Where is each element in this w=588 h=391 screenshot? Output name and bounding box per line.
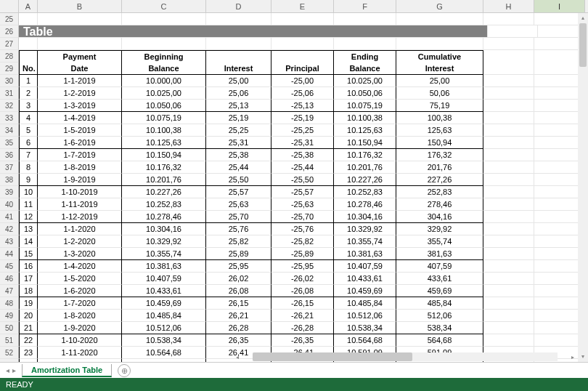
- row-header-44[interactable]: 44: [0, 248, 19, 260]
- cell[interactable]: 10.355,74: [122, 248, 206, 260]
- col-header-B[interactable]: B: [38, 0, 122, 12]
- cell[interactable]: [271, 38, 334, 50]
- scroll-up-arrow[interactable]: ▴: [578, 13, 588, 23]
- cell[interactable]: 25,13: [206, 100, 271, 112]
- cell[interactable]: 1-7-2020: [38, 297, 122, 310]
- cell[interactable]: 10: [19, 186, 38, 198]
- cell[interactable]: 75,19: [396, 100, 483, 112]
- cell[interactable]: [19, 13, 38, 25]
- cell[interactable]: No.: [19, 63, 38, 75]
- cell[interactable]: 381,63: [396, 248, 483, 260]
- cell[interactable]: [38, 38, 122, 50]
- cell[interactable]: 10.227,26: [334, 174, 396, 186]
- cell[interactable]: 26,21: [206, 310, 271, 322]
- cell[interactable]: 10.125,63: [122, 137, 206, 149]
- row-header-38[interactable]: 38: [0, 174, 19, 186]
- cell[interactable]: -25,82: [271, 235, 334, 248]
- cell[interactable]: 10.150,94: [122, 149, 206, 161]
- row-header-31[interactable]: 31: [0, 87, 19, 100]
- cell[interactable]: 10.329,92: [334, 223, 396, 235]
- cell[interactable]: 1-5-2020: [38, 273, 122, 285]
- cell[interactable]: 10.355,74: [334, 235, 396, 248]
- cell[interactable]: 25,31: [206, 137, 271, 149]
- cell[interactable]: Balance: [334, 63, 396, 75]
- cell[interactable]: 1-3-2019: [38, 100, 122, 112]
- cell[interactable]: [396, 38, 483, 50]
- cell[interactable]: -25,13: [271, 100, 334, 112]
- cell[interactable]: 1-6-2020: [38, 285, 122, 297]
- cell[interactable]: 125,63: [396, 124, 483, 137]
- row-header-41[interactable]: 41: [0, 211, 19, 223]
- cell[interactable]: [122, 38, 206, 50]
- cell[interactable]: 13: [19, 223, 38, 235]
- cell[interactable]: 10.485,84: [122, 310, 206, 322]
- cell[interactable]: 10.050,06: [334, 87, 396, 100]
- cell[interactable]: 201,76: [396, 161, 483, 174]
- cell[interactable]: 10.564,68: [122, 347, 206, 359]
- cell[interactable]: 17: [19, 273, 38, 285]
- cell[interactable]: 10.381,63: [122, 260, 206, 273]
- cell[interactable]: 25,38: [206, 149, 271, 161]
- cell[interactable]: [483, 112, 534, 124]
- row-header-39[interactable]: 39: [0, 186, 19, 198]
- cell[interactable]: Payment: [38, 50, 122, 63]
- table-title[interactable]: Table: [19, 25, 488, 38]
- vertical-scrollbar[interactable]: ▴ ▾: [578, 13, 588, 362]
- cell[interactable]: 26,28: [206, 322, 271, 334]
- cell[interactable]: -25,76: [271, 223, 334, 235]
- cell[interactable]: 252,83: [396, 186, 483, 198]
- cell[interactable]: Interest: [396, 63, 483, 75]
- col-header-A[interactable]: A: [19, 0, 38, 12]
- cell[interactable]: -26,28: [271, 322, 334, 334]
- cell[interactable]: 538,34: [396, 322, 483, 334]
- cell[interactable]: 10.100,38: [334, 112, 396, 124]
- cell[interactable]: [19, 50, 38, 63]
- cell[interactable]: [206, 13, 271, 25]
- cell[interactable]: 10.512,06: [122, 322, 206, 334]
- cell[interactable]: 10.564,68: [334, 334, 396, 347]
- cell[interactable]: 1-12-2019: [38, 211, 122, 223]
- cell[interactable]: [483, 186, 534, 198]
- cell[interactable]: -25,25: [271, 124, 334, 137]
- cell[interactable]: 4: [19, 112, 38, 124]
- cell[interactable]: [488, 25, 538, 38]
- cell[interactable]: 329,92: [396, 223, 483, 235]
- row-header-37[interactable]: 37: [0, 161, 19, 174]
- cell[interactable]: [483, 248, 534, 260]
- row-header-34[interactable]: 34: [0, 124, 19, 137]
- cell[interactable]: 26,08: [206, 285, 271, 297]
- cell[interactable]: 150,94: [396, 137, 483, 149]
- cell[interactable]: 1-3-2020: [38, 248, 122, 260]
- cell[interactable]: 8: [19, 161, 38, 174]
- cell[interactable]: 10.329,92: [122, 235, 206, 248]
- cell[interactable]: Ending: [334, 50, 396, 63]
- row-header-26[interactable]: 26: [0, 25, 19, 38]
- cell[interactable]: 10.278,46: [334, 198, 396, 211]
- cell[interactable]: [19, 38, 38, 50]
- cell[interactable]: 564,68: [396, 334, 483, 347]
- cell[interactable]: 7: [19, 149, 38, 161]
- cell[interactable]: 1-2-2020: [38, 235, 122, 248]
- cell[interactable]: 19: [19, 297, 38, 310]
- row-header-32[interactable]: 32: [0, 100, 19, 112]
- cell[interactable]: 25,63: [206, 198, 271, 211]
- cell[interactable]: [483, 285, 534, 297]
- cell[interactable]: -26,02: [271, 273, 334, 285]
- row-header-29[interactable]: 29: [0, 63, 19, 75]
- cell[interactable]: 25,70: [206, 211, 271, 223]
- cell[interactable]: 3: [19, 100, 38, 112]
- cell[interactable]: [483, 235, 534, 248]
- cell[interactable]: 176,32: [396, 149, 483, 161]
- row-header-45[interactable]: 45: [0, 260, 19, 273]
- col-header-D[interactable]: D: [206, 0, 271, 12]
- cell[interactable]: 10.485,84: [334, 297, 396, 310]
- cell[interactable]: 10.459,69: [334, 285, 396, 297]
- row-header-28[interactable]: 28: [0, 50, 19, 63]
- cell[interactable]: 10.304,16: [122, 223, 206, 235]
- cell[interactable]: [483, 124, 534, 137]
- cell[interactable]: [483, 322, 534, 334]
- cell[interactable]: 10.125,63: [334, 124, 396, 137]
- row-header-49[interactable]: 49: [0, 310, 19, 322]
- row-header-35[interactable]: 35: [0, 137, 19, 149]
- cell[interactable]: 25,06: [206, 87, 271, 100]
